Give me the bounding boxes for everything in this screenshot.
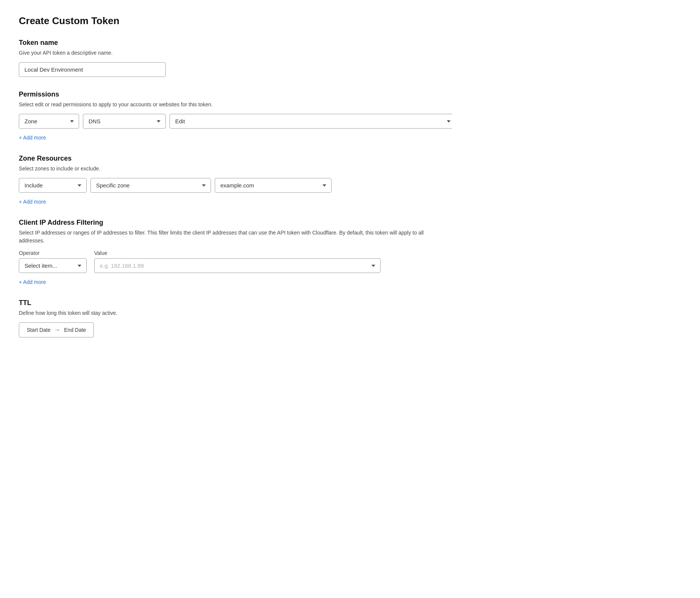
end-date-label: End Date (64, 327, 86, 333)
zone-resources-description: Select zones to include or exclude. (19, 165, 433, 173)
ip-filtering-label: Client IP Address Filtering (19, 219, 433, 227)
include-select[interactable]: Include Exclude (19, 178, 87, 193)
permissions-add-more[interactable]: + Add more (19, 135, 46, 141)
permission-select-wrapper: Edit Read (170, 114, 452, 129)
zone-resources-row: Include Exclude Specific zone All zones … (19, 178, 433, 193)
value-label: Value (94, 250, 381, 256)
zone-resources-label: Zone Resources (19, 155, 433, 163)
permissions-description: Select edit or read permissions to apply… (19, 101, 433, 109)
value-field-group: Value (94, 250, 381, 273)
ip-filtering-add-more[interactable]: + Add more (19, 279, 46, 285)
ip-filtering-section: Client IP Address Filtering Select IP ad… (19, 219, 433, 285)
value-input[interactable] (94, 258, 381, 273)
ttl-label: TTL (19, 299, 433, 307)
zone-select[interactable]: Zone Account (19, 114, 79, 129)
token-name-description: Give your API token a descriptive name. (19, 49, 433, 57)
ttl-date-button[interactable]: Start Date → End Date (19, 322, 94, 337)
domain-select-wrapper: example.com example.org (215, 178, 332, 193)
ip-filtering-description: Select IP addresses or ranges of IP addr… (19, 229, 433, 245)
specific-zone-select-wrapper: Specific zone All zones (90, 178, 211, 193)
include-select-wrapper: Include Exclude (19, 178, 87, 193)
ip-filtering-row: Operator Select item... Is in Is not in … (19, 250, 433, 273)
permissions-row: Zone Account DNS Firewall Cache SSL Edit… (19, 114, 433, 129)
token-name-label: Token name (19, 39, 433, 47)
domain-select[interactable]: example.com example.org (215, 178, 332, 193)
arrow-icon: → (54, 327, 60, 333)
dns-select-wrapper: DNS Firewall Cache SSL (83, 114, 166, 129)
operator-label: Operator (19, 250, 87, 256)
ttl-section: TTL Define how long this token will stay… (19, 299, 433, 337)
zone-resources-section: Zone Resources Select zones to include o… (19, 155, 433, 205)
operator-field-group: Operator Select item... Is in Is not in (19, 250, 87, 273)
zone-resources-add-more[interactable]: + Add more (19, 199, 46, 205)
page-title: Create Custom Token (19, 15, 433, 27)
specific-zone-select[interactable]: Specific zone All zones (90, 178, 211, 193)
token-name-section: Token name Give your API token a descrip… (19, 39, 433, 77)
permission-select[interactable]: Edit Read (170, 114, 452, 129)
start-date-label: Start Date (27, 327, 50, 333)
operator-select[interactable]: Select item... Is in Is not in (19, 258, 87, 273)
ttl-date-row: Start Date → End Date (19, 322, 433, 337)
token-name-input[interactable] (19, 62, 166, 77)
permissions-section: Permissions Select edit or read permissi… (19, 90, 433, 141)
permissions-label: Permissions (19, 90, 433, 98)
zone-select-wrapper: Zone Account (19, 114, 79, 129)
dns-select[interactable]: DNS Firewall Cache SSL (83, 114, 166, 129)
operator-select-wrapper: Select item... Is in Is not in (19, 258, 87, 273)
ttl-description: Define how long this token will stay act… (19, 309, 433, 317)
value-input-wrapper (94, 258, 381, 273)
